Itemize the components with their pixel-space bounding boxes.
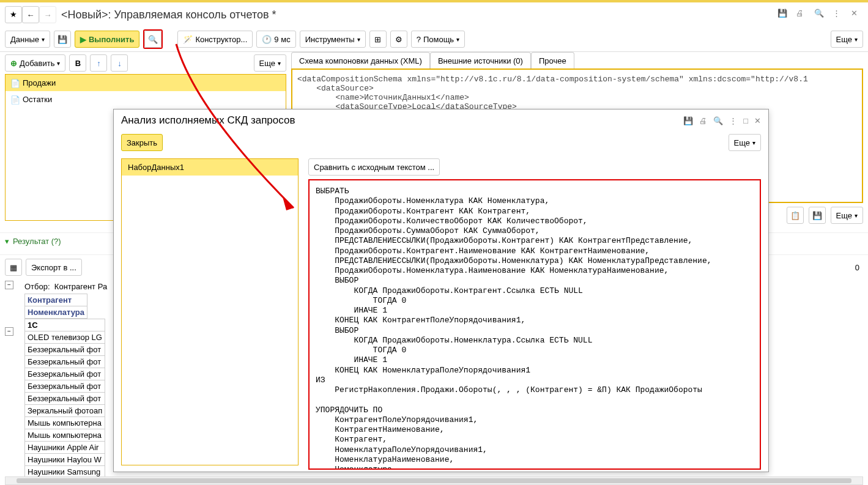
save-icon[interactable]: 💾	[777, 9, 790, 21]
play-icon: ▶	[80, 35, 86, 44]
paste-button[interactable]: 📋	[787, 207, 804, 224]
window-title: <Новый>: Управляемая консоль отчетов *	[61, 9, 777, 21]
dialog-right-panel: Сравнить с исходным текстом ... ВЫБРАТЬ …	[308, 158, 761, 470]
paste-icon: 📋	[790, 211, 800, 220]
tree-icon: ⊞	[374, 35, 381, 44]
report-cell: Мышь компьютерна	[25, 429, 105, 442]
bold-button[interactable]: B	[69, 54, 86, 72]
category-cell: 1С	[25, 319, 105, 331]
report-icon: 📄	[10, 95, 19, 104]
source-item[interactable]: 📄Продажи	[6, 75, 286, 91]
tools-button[interactable]: Инструменты	[300, 31, 366, 48]
close-icon[interactable]: ✕	[754, 116, 761, 125]
dialog-title: Анализ исполняемых СКД запросов	[121, 114, 683, 127]
report-table: Контрагент Номенклатура	[24, 294, 87, 319]
grid-slash-icon: ▦	[10, 263, 17, 272]
disk-icon: 💾	[812, 211, 822, 220]
report-data-table: 1С OLED телевизор LGБеззеркальный фотБез…	[24, 319, 105, 478]
wand-icon: 🪄	[183, 35, 193, 44]
forward-button[interactable]: →	[39, 6, 56, 23]
col-header-1: Контрагент	[25, 294, 87, 306]
move-up-button[interactable]: ↑	[90, 54, 107, 72]
back-button[interactable]: ←	[22, 6, 39, 23]
chevron-down-icon[interactable]: ▾	[5, 237, 9, 246]
star-icon: ★	[9, 10, 18, 20]
maximize-icon[interactable]: □	[743, 116, 748, 125]
right-more-button[interactable]: Еще	[831, 207, 863, 224]
sql-text[interactable]: ВЫБРАТЬ ПродажиОбороты.Номенклатура КАК …	[308, 179, 761, 470]
filter-prefix: Отбор:	[24, 282, 50, 291]
add-button[interactable]: ⊕ Добавить	[5, 54, 65, 72]
dialog-body: НаборДанных1 Сравнить с исходным текстом…	[114, 154, 768, 475]
print-icon[interactable]: 🖨	[796, 9, 808, 21]
print-icon[interactable]: 🖨	[699, 116, 707, 125]
report-cell: Наушники Haylou W	[25, 454, 105, 466]
magnify-icon: 🔍	[148, 35, 158, 44]
main-toolbar: Данные 💾 ▶ Выполнить 🔍 🪄 Конструктор... …	[0, 27, 868, 52]
analyze-button[interactable]: 🔍	[144, 31, 161, 48]
dialog-toolbar: Закрыть Еще	[114, 131, 768, 154]
report-cell: Беззеркальный фот	[25, 393, 105, 405]
table-view-button[interactable]: ▦	[5, 259, 22, 276]
left-more-button[interactable]: Еще	[254, 54, 286, 72]
tab-external[interactable]: Внешние источники (0)	[430, 52, 531, 69]
report-cell: Беззеркальный фот	[25, 344, 105, 356]
left-toolbar: ⊕ Добавить B ↑ ↓ Еще	[5, 52, 286, 74]
data-button[interactable]: Данные	[5, 31, 50, 48]
report-cell: Беззеркальный фот	[25, 356, 105, 368]
arrow-up-icon: ↑	[97, 59, 101, 68]
header-action-icons: 💾 🖨 🔍 ⋮ ✕	[777, 9, 863, 21]
report-icon: 📄	[10, 79, 19, 87]
result-count: 0	[855, 263, 863, 272]
save-icon[interactable]: 💾	[683, 116, 693, 125]
dataset-item[interactable]: НаборДанных1	[122, 159, 298, 176]
home-button[interactable]: ★	[5, 6, 22, 23]
bold-icon: B	[75, 59, 81, 68]
window-header: ★ ← → <Новый>: Управляемая консоль отчет…	[0, 0, 868, 27]
arrow-left-icon: ←	[27, 10, 35, 20]
gear-icon: ⚙	[395, 35, 402, 44]
structure-button[interactable]: ⊞	[369, 31, 387, 48]
disk-icon: 💾	[57, 35, 67, 44]
report-cell: Мышь компьютерна	[25, 417, 105, 429]
horizontal-scrollbar[interactable]	[5, 476, 863, 485]
export-button[interactable]: Экспорт в ...	[26, 259, 82, 276]
col-header-2: Номенклатура	[25, 306, 87, 319]
tab-other[interactable]: Прочее	[531, 52, 574, 69]
save2-button[interactable]: 💾	[809, 207, 826, 224]
time-button[interactable]: 🕐 9 мс	[256, 31, 295, 48]
tree-toggle-2[interactable]: −	[5, 327, 13, 336]
tabs: Схема компоновки данных (XML) Внешние ис…	[291, 52, 863, 69]
plus-icon: ⊕	[10, 59, 17, 68]
compare-button[interactable]: Сравнить с исходным текстом ...	[308, 158, 440, 176]
tree-toggle-1[interactable]: −	[5, 281, 13, 289]
dialog-more-button[interactable]: Еще	[729, 134, 761, 151]
dialog-header: Анализ исполняемых СКД запросов 💾 🖨 🔍 ⋮ …	[114, 109, 768, 131]
dialog-close-button[interactable]: Закрыть	[121, 134, 163, 151]
more-button[interactable]: Еще	[831, 31, 863, 48]
dialog-header-icons: 💾 🖨 🔍 ⋮ □ ✕	[683, 116, 761, 125]
kebab-icon[interactable]: ⋮	[729, 116, 737, 125]
settings-button[interactable]: ⚙	[390, 31, 407, 48]
kebab-icon[interactable]: ⋮	[833, 9, 845, 21]
analyze-highlight: 🔍	[143, 29, 163, 49]
arrow-down-icon: ↓	[117, 59, 122, 68]
source-item[interactable]: 📄Остатки	[6, 91, 286, 108]
help-button[interactable]: ? Помощь	[411, 31, 465, 48]
execute-button[interactable]: ▶ Выполнить	[75, 31, 139, 48]
constructor-button[interactable]: 🪄 Конструктор...	[177, 31, 253, 48]
save-button[interactable]: 💾	[54, 31, 71, 48]
tab-schema[interactable]: Схема компоновки данных (XML)	[291, 52, 430, 69]
dialog-left-panel: НаборДанных1	[121, 158, 299, 470]
report-cell: Беззеркальный фот	[25, 368, 105, 380]
report-cell: OLED телевизор LG	[25, 331, 105, 344]
preview-icon[interactable]: 🔍	[814, 9, 826, 21]
move-down-button[interactable]: ↓	[111, 54, 128, 72]
analysis-dialog: Анализ исполняемых СКД запросов 💾 🖨 🔍 ⋮ …	[113, 109, 769, 472]
close-icon[interactable]: ✕	[851, 9, 863, 21]
filter-value: Контрагент Ра	[54, 282, 107, 291]
arrow-right-icon: →	[44, 10, 52, 20]
clock-icon: 🕐	[262, 35, 272, 44]
question-icon: ?	[417, 35, 421, 44]
preview-icon[interactable]: 🔍	[713, 116, 723, 125]
